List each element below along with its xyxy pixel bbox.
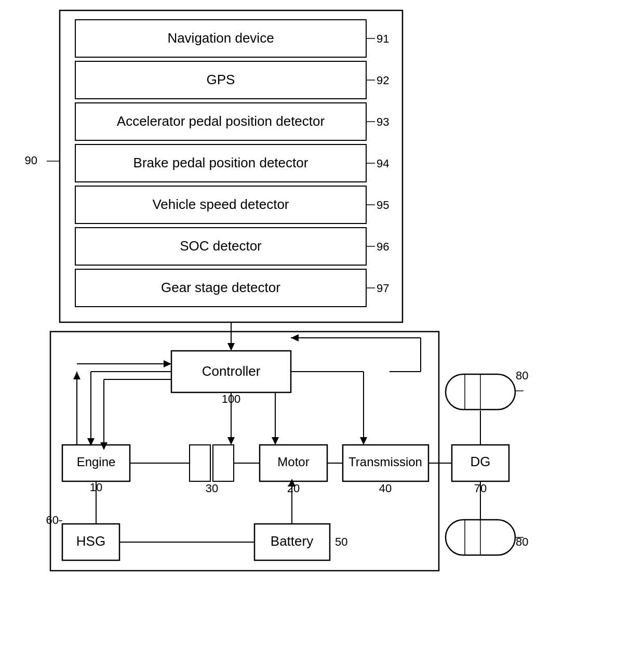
label-hsg: HSG	[76, 533, 105, 549]
number-93: 93	[377, 115, 389, 128]
label-soc: SOC detector	[180, 238, 262, 254]
box-clutch-left	[190, 445, 210, 481]
diagram-container: Navigation device 91 GPS 92 Accelerator …	[0, 0, 644, 645]
number-90: 90	[25, 154, 37, 167]
svg-marker-48	[164, 360, 171, 367]
label-navigation: Navigation device	[167, 30, 274, 46]
label-dg: DG	[471, 454, 491, 469]
box-clutch-right	[213, 445, 234, 481]
label-transmission: Transmission	[348, 455, 422, 469]
number-30: 30	[206, 482, 218, 495]
svg-marker-46	[73, 372, 81, 379]
svg-marker-15	[100, 442, 108, 450]
number-60: 60	[46, 514, 59, 526]
number-40: 40	[379, 482, 392, 495]
label-battery: Battery	[271, 533, 313, 549]
svg-marker-20	[272, 437, 279, 445]
svg-marker-17	[227, 437, 235, 445]
number-95: 95	[377, 199, 389, 212]
number-94: 94	[377, 157, 389, 170]
number-96: 96	[377, 240, 389, 253]
svg-marker-27	[291, 334, 299, 341]
number-50: 50	[335, 535, 347, 548]
label-speed: Vehicle speed detector	[152, 196, 289, 212]
label-gear: Gear stage detector	[161, 280, 280, 295]
svg-marker-23	[360, 437, 367, 445]
label-controller: Controller	[202, 363, 261, 379]
label-accelerator: Accelerator pedal position detector	[117, 113, 325, 129]
svg-marker-9	[227, 343, 235, 351]
number-80-top: 80	[516, 369, 528, 382]
label-brake: Brake pedal position detector	[133, 155, 308, 170]
label-motor: Motor	[277, 455, 309, 469]
number-91: 91	[377, 32, 389, 45]
label-gps: GPS	[207, 72, 235, 87]
label-engine: Engine	[77, 455, 116, 469]
number-97: 97	[377, 282, 389, 295]
number-92: 92	[377, 74, 389, 87]
